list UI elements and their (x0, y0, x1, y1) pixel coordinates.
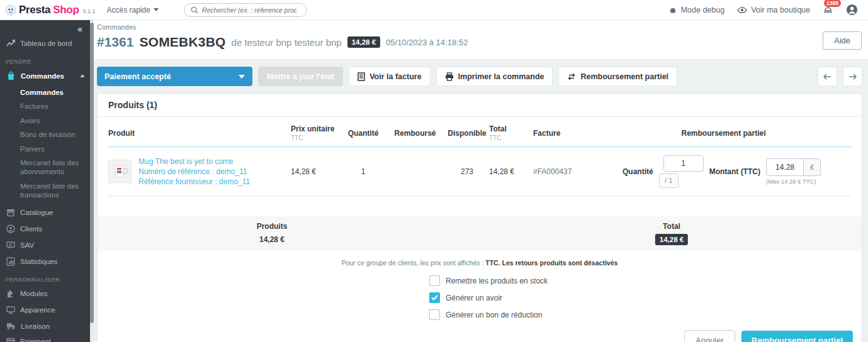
sidebar-item-statistiques[interactable]: Statistiques (0, 253, 90, 270)
products-card-title: Produits (1) (98, 94, 862, 117)
chevron-down-icon (239, 75, 245, 79)
logo-text-presta: Presta (19, 4, 50, 16)
submenu-item-factures[interactable]: Factures (0, 99, 90, 113)
sidebar-collapse-button[interactable]: « (0, 20, 90, 35)
help-button[interactable]: Aide (823, 31, 862, 50)
column-header-partial-refund: Remboursement partiel (596, 129, 851, 138)
unit-price-tax-label: TTC (291, 135, 341, 141)
generate-credit-slip-option[interactable]: Générer un avoir (429, 292, 862, 303)
dashboard-chart-icon (6, 39, 15, 48)
refund-quantity-input[interactable] (663, 155, 704, 172)
cell-invoice: #FA000437 (533, 167, 596, 176)
sidebar-item-apparence[interactable]: Apparence (0, 302, 90, 318)
sidebar-item-label: Clients (20, 225, 42, 233)
column-header-unit-price: Prix unitaire TTC (291, 124, 341, 141)
column-header-product: Produit (108, 129, 291, 138)
submenu-item-avoirs[interactable]: Avoirs (0, 114, 90, 128)
previous-order-button[interactable] (818, 67, 837, 86)
generate-credit-slip-checkbox[interactable] (429, 292, 440, 303)
sidebar-item-clients[interactable]: Clients (0, 221, 90, 237)
cell-partial-refund: Quantité / 1 Montant (TTC) € (Max 14,28 … (596, 155, 851, 188)
update-status-button[interactable]: Mettre à jour l'état (258, 67, 343, 86)
restock-products-checkbox[interactable] (429, 275, 440, 286)
order-reference: SOMEBK3BQ (139, 35, 225, 50)
order-status-select[interactable]: Paiement accepté (97, 67, 252, 86)
bug-icon (668, 6, 677, 14)
credit-card-icon (6, 338, 15, 342)
sidebar-item-paiement[interactable]: Paiement (0, 334, 90, 342)
product-thumbnail (108, 160, 132, 183)
monitor-icon (6, 306, 15, 314)
next-order-button[interactable] (843, 67, 862, 86)
version-label: 8.1.1 (82, 8, 95, 14)
sidebar-section-customize: PERSONNALISER (0, 270, 90, 285)
column-header-invoice: Facture (533, 129, 596, 138)
order-amount-badge: 14,28 € (347, 36, 380, 48)
partial-refund-submit-button[interactable]: Remboursement partiel (741, 331, 853, 342)
sidebar-item-label: Apparence (20, 306, 55, 314)
order-customer: de testeur bnp testeur bnp (232, 37, 342, 48)
exchange-arrows-icon (567, 73, 576, 80)
sidebar-item-label: Statistiques (20, 258, 57, 265)
orders-submenu: Commandes Factures Avoirs Bons de livrai… (0, 84, 90, 204)
generate-voucher-option[interactable]: Générer un bon de réduction (429, 309, 862, 320)
column-header-quantity: Quantité (341, 129, 385, 138)
product-supplier-reference-link[interactable]: Référence fournisseur : demo_11 (138, 177, 250, 186)
order-totals: Produits 14,28 € Total 14,28 € (98, 216, 862, 251)
refund-quantity-label: Quantité (623, 167, 653, 176)
bar-chart-icon (6, 257, 15, 266)
topbar: PrestaShop 8.1.1 Accès rapide Mode debug… (0, 0, 868, 20)
cancel-button[interactable]: Annuler (684, 330, 735, 342)
generate-credit-slip-label: Générer un avoir (446, 294, 502, 302)
clients-icon (6, 224, 15, 233)
chat-bubble-icon (6, 241, 15, 250)
order-content: Paiement accepté Mettre à jour l'état Vo… (94, 59, 868, 342)
card-actions: Annuler Remboursement partiel (98, 320, 862, 342)
breadcrumb[interactable]: Commandes (97, 23, 868, 31)
quick-access-dropdown[interactable]: Accès rapide (107, 6, 159, 14)
mug-image (112, 163, 128, 180)
totals-products-label: Produits (257, 222, 288, 231)
mode-debug-button[interactable]: Mode debug (668, 6, 725, 14)
partial-refund-toolbar-button[interactable]: Remboursement partiel (558, 67, 677, 86)
tax-display-note: Pour ce groupe de clients, les prix sont… (98, 259, 862, 267)
account-menu-button[interactable] (846, 4, 858, 16)
submenu-item-paniers[interactable]: Paniers (0, 142, 90, 156)
print-order-button[interactable]: Imprimer la commande (436, 67, 553, 86)
submenu-item-commandes[interactable]: Commandes (0, 86, 90, 99)
sidebar-item-catalogue[interactable]: Catalogue (0, 204, 90, 221)
notifications-button[interactable]: 1388 (823, 5, 833, 14)
product-name-link[interactable]: Mug The best is yet to come (138, 157, 250, 166)
printer-icon (445, 72, 454, 81)
search-input[interactable] (202, 6, 296, 14)
refund-quantity-max: / 1 (659, 174, 679, 188)
note-returns-disabled: Les retours produits sont désactivés (502, 259, 618, 267)
sidebar-item-orders[interactable]: Commandes (0, 67, 90, 84)
sidebar-item-label: Commandes (21, 72, 64, 80)
order-toolbar: Paiement accepté Mettre à jour l'état Vo… (97, 67, 862, 86)
generate-voucher-checkbox[interactable] (429, 309, 440, 320)
shopping-bag-icon (6, 71, 16, 80)
sidebar-item-livraison[interactable]: Livraison (0, 318, 90, 334)
sidebar-item-modules[interactable]: Modules (0, 285, 90, 302)
submenu-item-mercanet-transactions[interactable]: Mercanet liste des transactions (0, 179, 90, 202)
view-invoice-label: Voir la facture (369, 72, 421, 81)
products-table-header: Produit Prix unitaire TTC Quantité Rembo… (108, 117, 851, 147)
restock-products-option[interactable]: Remettre les produits en stock (429, 275, 862, 286)
sidebar-item-sav[interactable]: SAV (0, 237, 90, 253)
invoice-document-icon (358, 72, 365, 81)
refund-amount-hint: (Max 14,28 € TTC) (766, 178, 821, 185)
view-shop-button[interactable]: Voir ma boutique (737, 6, 810, 14)
global-search[interactable] (184, 3, 307, 17)
sidebar-item-dashboard[interactable]: Tableau de bord (0, 35, 90, 52)
refund-amount-input[interactable] (766, 158, 804, 176)
submenu-item-mercanet-abonnements[interactable]: Mercanet liste des abonnements (0, 156, 90, 179)
product-reference-link[interactable]: Numéro de référence : demo_11 (138, 167, 250, 176)
notification-count-badge: 1388 (824, 0, 841, 7)
submenu-item-bons-de-livraison[interactable]: Bons de livraison (0, 128, 90, 141)
generate-voucher-label: Générer un bon de réduction (446, 311, 542, 319)
view-invoice-button[interactable]: Voir la facture (349, 67, 430, 86)
cell-available: 273 (445, 167, 489, 176)
prestashop-logo[interactable]: PrestaShop 8.1.1 (0, 4, 102, 16)
page-header: Commandes #1361 SOMEBK3BQ de testeur bnp… (94, 20, 868, 59)
